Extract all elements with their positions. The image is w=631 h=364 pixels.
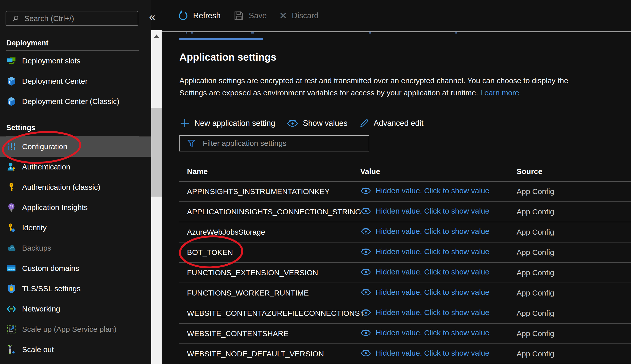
- table-row: FUNCTIONS_EXTENSION_VERSIONHidden value.…: [179, 263, 631, 283]
- advanced-edit-button[interactable]: Advanced edit: [359, 118, 423, 129]
- table-row: AzureWebJobsStorageHidden value. Click t…: [179, 222, 631, 242]
- learn-more-link[interactable]: Learn more: [480, 89, 519, 97]
- networking-icon: [6, 304, 16, 314]
- hidden-value-link[interactable]: Hidden value. Click to show value: [360, 308, 489, 317]
- sidebar-item-custom-domains[interactable]: wwwCustom domains: [0, 258, 151, 279]
- collapse-sidebar-button[interactable]: «: [146, 11, 158, 23]
- setting-name: WEBSITE_CONTENTAZUREFILECONNECTIONST: [179, 309, 353, 318]
- section-heading: Deployment: [0, 30, 151, 50]
- sidebar-item-networking[interactable]: Networking: [0, 299, 151, 319]
- settings-table: Name Value Source APPINSIGHTS_INSTRUMENT…: [179, 162, 631, 364]
- filter-funnel-icon: [186, 138, 196, 148]
- sidebar-section: SettingsConfigurationAuthenticationAuthe…: [0, 112, 151, 360]
- hidden-value-link[interactable]: Hidden value. Click to show value: [360, 328, 489, 337]
- hidden-value-link[interactable]: Hidden value. Click to show value: [360, 186, 489, 195]
- sidebar-item-label: Identity: [22, 223, 47, 232]
- column-header-name: Name: [179, 167, 353, 176]
- deployment-slots-icon: [6, 56, 16, 66]
- sidebar-scrollbar[interactable]: [151, 30, 162, 364]
- hidden-value-text: Hidden value. Click to show value: [376, 328, 489, 337]
- refresh-label: Refresh: [193, 11, 221, 20]
- table-row: BOT_TOKENHidden value. Click to show val…: [179, 242, 631, 263]
- section-heading: Settings: [0, 112, 151, 136]
- sidebar-search[interactable]: [6, 11, 138, 26]
- setting-value-cell: Hidden value. Click to show value: [353, 247, 509, 257]
- deployment-center-icon: [6, 76, 16, 86]
- sidebar-item-identity[interactable]: Identity: [0, 218, 151, 238]
- sidebar-item-label: Application Insights: [22, 203, 88, 212]
- sidebar-item-deployment-slots[interactable]: Deployment slots: [0, 51, 151, 71]
- eye-icon: [360, 207, 371, 215]
- sidebar-item-application-insights[interactable]: Application Insights: [0, 197, 151, 218]
- scale-out-icon: [6, 344, 16, 355]
- clipped-tab-fragment: [186, 32, 187, 33]
- show-values-button[interactable]: Show values: [286, 119, 348, 128]
- sidebar-item-tls-ssl-settings[interactable]: TLS/SSL settings: [0, 279, 151, 299]
- sidebar-item-deployment-center[interactable]: Deployment Center: [0, 71, 151, 91]
- show-values-label: Show values: [303, 119, 348, 128]
- description-line2: Settings are exposed as environment vari…: [179, 89, 519, 97]
- sidebar-item-label: TLS/SSL settings: [22, 284, 81, 293]
- refresh-button[interactable]: Refresh: [177, 10, 221, 21]
- hidden-value-text: Hidden value. Click to show value: [376, 247, 489, 256]
- save-label: Save: [249, 11, 267, 20]
- description-line1: Application settings are encrypted at re…: [179, 76, 568, 85]
- scrollbar-thumb[interactable]: [151, 108, 162, 197]
- discard-label: Discard: [292, 11, 318, 20]
- setting-value-cell: Hidden value. Click to show value: [353, 328, 509, 339]
- hidden-value-link[interactable]: Hidden value. Click to show value: [360, 268, 489, 276]
- filter-input[interactable]: [202, 139, 365, 148]
- up-triangle-icon: [154, 34, 159, 38]
- table-row: APPINSIGHTS_INSTRUMENTATIONKEYHidden val…: [179, 182, 631, 202]
- setting-name: APPINSIGHTS_INSTRUMENTATIONKEY: [179, 187, 353, 196]
- hidden-value-link[interactable]: Hidden value. Click to show value: [360, 207, 489, 215]
- hidden-value-link[interactable]: Hidden value. Click to show value: [360, 349, 489, 357]
- table-header: Name Value Source: [179, 162, 631, 182]
- sidebar-item-authentication[interactable]: Authentication: [0, 157, 151, 177]
- sidebar-item-configuration[interactable]: Configuration: [0, 136, 151, 157]
- active-tab-underline: [179, 38, 263, 40]
- scrollbar-up-arrow[interactable]: [151, 30, 162, 42]
- authentication-icon: [6, 162, 16, 172]
- sidebar-item-scale-up[interactable]: Scale up (App Service plan): [0, 319, 151, 339]
- table-row: WEBSITE_CONTENTAZUREFILECONNECTIONSTHidd…: [179, 303, 631, 324]
- description-line2-text: Settings are exposed as environment vari…: [179, 89, 478, 97]
- clipped-tab-fragment: [191, 32, 193, 33]
- sidebar-item-deployment-center-classic[interactable]: Deployment Center (Classic): [0, 91, 151, 112]
- pencil-icon: [359, 118, 369, 129]
- setting-value-cell: Hidden value. Click to show value: [353, 349, 509, 359]
- setting-value-cell: Hidden value. Click to show value: [353, 268, 509, 278]
- sidebar-item-label: Configuration: [22, 142, 67, 151]
- hidden-value-text: Hidden value. Click to show value: [376, 308, 489, 317]
- command-toolbar: Refresh Save ✕ Discard: [162, 0, 631, 31]
- identity-icon: [6, 223, 16, 233]
- setting-value-cell: Hidden value. Click to show value: [353, 288, 509, 298]
- refresh-icon: [177, 10, 189, 21]
- hidden-value-link[interactable]: Hidden value. Click to show value: [360, 288, 489, 297]
- discard-button[interactable]: ✕ Discard: [279, 11, 318, 21]
- setting-source: App Config: [509, 329, 631, 338]
- search-input[interactable]: [24, 14, 134, 23]
- sidebar-item-authentication-classic[interactable]: Authentication (classic): [0, 177, 151, 197]
- new-application-setting-label: New application setting: [194, 119, 275, 128]
- setting-value-cell: Hidden value. Click to show value: [353, 207, 509, 217]
- table-command-bar: New application setting Show values Adva…: [179, 115, 423, 131]
- eye-icon: [360, 329, 371, 337]
- sidebar-item-scale-out[interactable]: Scale out: [0, 339, 151, 360]
- hidden-value-link[interactable]: Hidden value. Click to show value: [360, 247, 489, 256]
- filter-box[interactable]: [179, 135, 369, 151]
- setting-name: BOT_TOKEN: [179, 248, 353, 257]
- svg-text:www: www: [8, 268, 15, 271]
- eye-icon: [286, 119, 299, 128]
- hidden-value-link[interactable]: Hidden value. Click to show value: [360, 227, 489, 236]
- setting-name: AzureWebJobsStorage: [179, 228, 353, 236]
- table-row: WEBSITE_CONTENTSHAREHidden value. Click …: [179, 324, 631, 344]
- sidebar-item-backups[interactable]: Backups: [0, 238, 151, 258]
- sidebar-item-label: Scale out: [22, 345, 54, 354]
- sidebar-item-label: Networking: [22, 305, 60, 313]
- eye-icon: [360, 349, 371, 357]
- new-application-setting-button[interactable]: New application setting: [179, 118, 275, 129]
- setting-source: App Config: [509, 228, 631, 236]
- save-button[interactable]: Save: [233, 10, 267, 21]
- sidebar-item-label: Deployment slots: [22, 57, 80, 65]
